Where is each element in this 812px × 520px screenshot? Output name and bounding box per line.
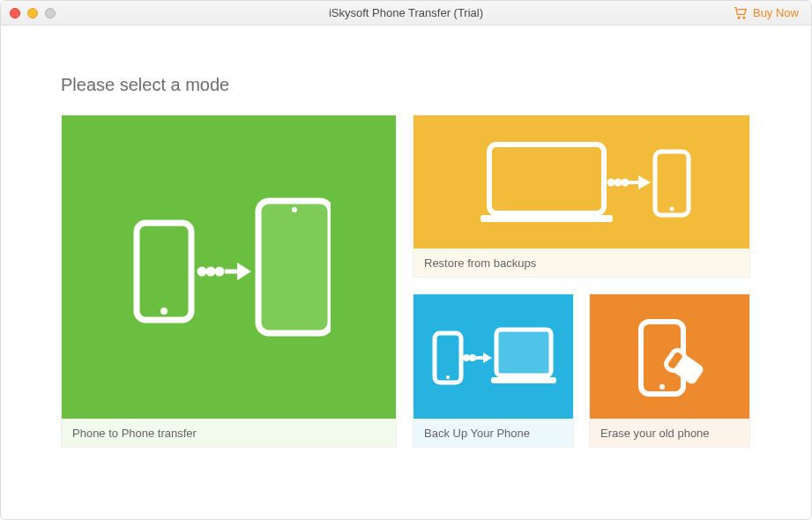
svg-rect-9 xyxy=(258,201,331,333)
right-bottom-row: Back Up Your Phone xyxy=(413,293,751,448)
svg-marker-8 xyxy=(237,263,251,280)
buy-now-label: Buy Now xyxy=(753,6,799,19)
mode-phone-to-phone-label: Phone to Phone transfer xyxy=(62,419,396,447)
maximize-window-button xyxy=(45,8,56,19)
minimize-window-button[interactable] xyxy=(27,8,38,19)
svg-rect-12 xyxy=(480,215,613,222)
svg-point-29 xyxy=(659,384,665,390)
right-column: Restore from backups xyxy=(413,115,751,448)
svg-marker-17 xyxy=(638,175,651,189)
app-window: iSkysoft Phone Transfer (Trial) Buy Now … xyxy=(0,0,812,520)
mode-phone-to-phone[interactable]: Phone to Phone transfer xyxy=(61,115,397,448)
svg-point-22 xyxy=(465,356,468,360)
cart-icon xyxy=(734,7,748,19)
mode-backup[interactable]: Back Up Your Phone xyxy=(413,293,574,448)
page-heading: Please select a mode xyxy=(61,75,751,95)
svg-point-1 xyxy=(743,17,745,19)
svg-point-19 xyxy=(669,206,674,211)
titlebar: iSkysoft Phone Transfer (Trial) Buy Now xyxy=(1,1,811,26)
svg-point-4 xyxy=(199,269,205,274)
svg-point-3 xyxy=(160,308,168,315)
svg-point-23 xyxy=(471,356,474,360)
svg-marker-25 xyxy=(483,353,492,363)
svg-rect-27 xyxy=(491,377,556,383)
erase-icon xyxy=(590,294,749,419)
backup-icon xyxy=(413,294,573,419)
svg-point-6 xyxy=(217,269,222,274)
mode-erase[interactable]: Erase your old phone xyxy=(589,293,750,448)
svg-point-21 xyxy=(446,375,450,379)
svg-rect-11 xyxy=(489,145,604,213)
window-controls xyxy=(1,8,56,19)
close-window-button[interactable] xyxy=(10,8,20,19)
svg-rect-20 xyxy=(435,333,461,383)
mode-backup-label: Back Up Your Phone xyxy=(413,419,573,447)
svg-point-5 xyxy=(208,269,213,274)
mode-restore[interactable]: Restore from backups xyxy=(413,115,750,278)
svg-point-10 xyxy=(292,207,297,212)
svg-point-14 xyxy=(615,180,620,184)
restore-icon xyxy=(413,115,749,249)
svg-point-13 xyxy=(608,180,613,184)
phone-to-phone-icon xyxy=(62,115,396,419)
mode-grid: Phone to Phone transfer xyxy=(61,115,751,448)
svg-rect-26 xyxy=(496,330,551,375)
mode-restore-label: Restore from backups xyxy=(413,249,749,277)
content-area: Please select a mode xyxy=(1,26,811,519)
buy-now-button[interactable]: Buy Now xyxy=(734,6,799,19)
svg-rect-2 xyxy=(137,223,191,320)
app-title: iSkysoft Phone Transfer (Trial) xyxy=(1,6,811,19)
svg-point-15 xyxy=(622,180,627,184)
mode-erase-label: Erase your old phone xyxy=(590,419,749,447)
svg-rect-18 xyxy=(655,152,689,215)
svg-point-0 xyxy=(738,17,740,19)
